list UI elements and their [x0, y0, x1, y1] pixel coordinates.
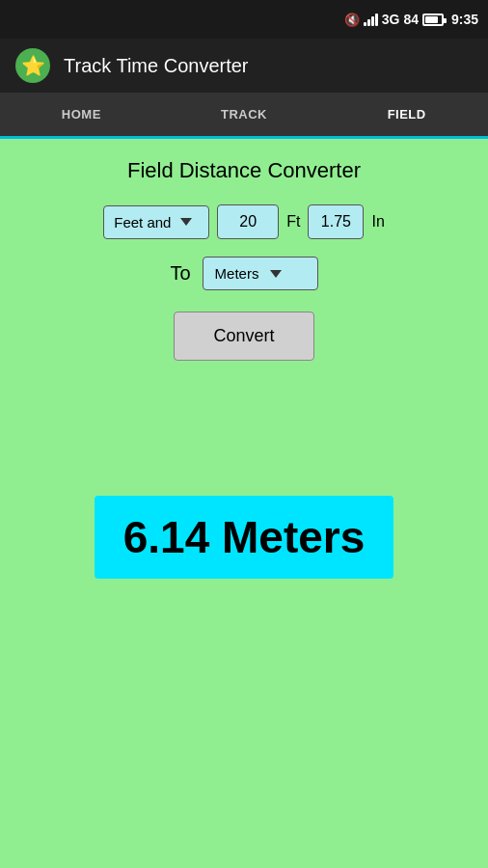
status-bar: 🔇 3G 84 9:35 [0, 0, 488, 39]
star-icon: ⭐ [21, 54, 45, 77]
to-unit-arrow-icon [270, 270, 282, 278]
convert-button[interactable]: Convert [174, 312, 313, 361]
to-label: To [170, 262, 190, 285]
network-label: 3G [382, 12, 400, 27]
signal-icon [364, 13, 378, 26]
tab-bar: HOME TRACK FIELD [0, 93, 488, 139]
app-icon: ⭐ [15, 48, 50, 83]
tab-track[interactable]: TRACK [163, 93, 326, 139]
to-unit-label: Meters [215, 265, 259, 282]
page-title: Field Distance Converter [127, 158, 361, 183]
battery-icon [422, 14, 444, 26]
time-display: 9:35 [451, 12, 478, 27]
status-icons: 🔇 3G 84 9:35 [344, 12, 478, 27]
to-unit-dropdown[interactable]: Meters [203, 257, 318, 290]
title-bar: ⭐ Track Time Converter [0, 39, 488, 93]
tab-home[interactable]: HOME [0, 93, 163, 139]
inches-unit-label: In [371, 213, 384, 231]
tab-field[interactable]: FIELD [325, 93, 488, 139]
input-row: Feet and Ft In [103, 204, 385, 239]
main-content: Field Distance Converter Feet and Ft In … [0, 139, 488, 868]
battery-percent: 84 [403, 12, 419, 27]
from-unit-arrow-icon [180, 218, 192, 226]
from-unit-label: Feet and [114, 214, 171, 231]
result-box: 6.14 Meters [95, 496, 394, 579]
inches-input[interactable] [308, 204, 364, 239]
mute-icon: 🔇 [344, 13, 360, 27]
result-text: 6.14 Meters [123, 512, 366, 562]
to-row: To Meters [170, 257, 317, 290]
app-title: Track Time Converter [64, 55, 249, 77]
feet-input[interactable] [217, 204, 279, 239]
feet-unit-label: Ft [286, 213, 300, 231]
from-unit-dropdown[interactable]: Feet and [103, 205, 209, 239]
